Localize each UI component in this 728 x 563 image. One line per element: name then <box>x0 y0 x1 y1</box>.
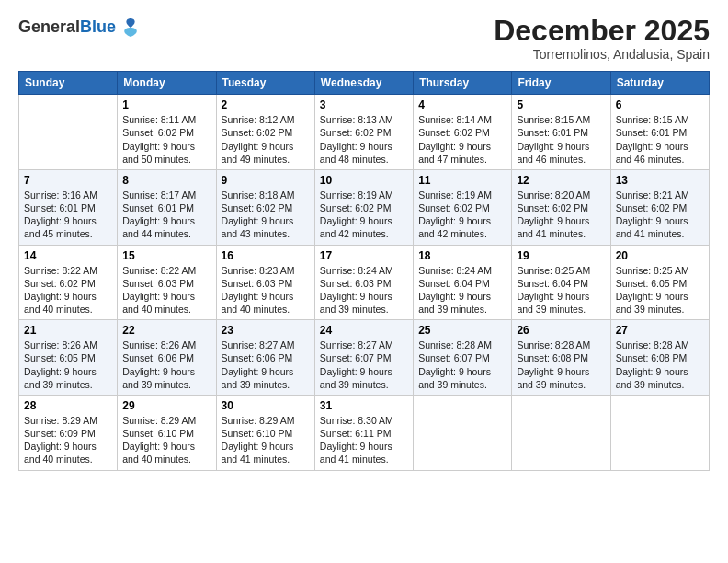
day-number: 5 <box>517 98 605 111</box>
calendar-week-3: 14Sunrise: 8:22 AM Sunset: 6:02 PM Dayli… <box>19 245 710 320</box>
day-info: Sunrise: 8:25 AM Sunset: 6:04 PM Dayligh… <box>517 264 605 316</box>
calendar-cell: 5Sunrise: 8:15 AM Sunset: 6:01 PM Daylig… <box>512 95 610 170</box>
day-number: 13 <box>616 174 704 187</box>
calendar-cell: 28Sunrise: 8:29 AM Sunset: 6:09 PM Dayli… <box>19 395 118 470</box>
weekday-thursday: Thursday <box>414 72 512 95</box>
calendar-cell: 15Sunrise: 8:22 AM Sunset: 6:03 PM Dayli… <box>118 245 216 320</box>
subtitle: Torremolinos, Andalusia, Spain <box>494 47 710 62</box>
day-number: 1 <box>122 98 210 111</box>
day-number: 15 <box>122 249 210 262</box>
calendar-cell <box>512 395 610 470</box>
day-number: 12 <box>517 174 605 187</box>
day-number: 2 <box>222 98 310 111</box>
day-number: 10 <box>320 174 408 187</box>
day-number: 8 <box>122 174 210 187</box>
calendar-cell: 14Sunrise: 8:22 AM Sunset: 6:02 PM Dayli… <box>19 245 118 320</box>
day-number: 6 <box>616 98 704 111</box>
day-info: Sunrise: 8:20 AM Sunset: 6:02 PM Dayligh… <box>517 189 605 241</box>
day-info: Sunrise: 8:22 AM Sunset: 6:03 PM Dayligh… <box>122 264 210 316</box>
day-info: Sunrise: 8:18 AM Sunset: 6:02 PM Dayligh… <box>222 189 310 241</box>
day-number: 20 <box>616 249 704 262</box>
weekday-wednesday: Wednesday <box>314 72 413 95</box>
calendar-cell: 30Sunrise: 8:29 AM Sunset: 6:10 PM Dayli… <box>216 395 314 470</box>
calendar-cell <box>414 395 512 470</box>
calendar-cell: 12Sunrise: 8:20 AM Sunset: 6:02 PM Dayli… <box>512 169 610 245</box>
calendar-cell: 26Sunrise: 8:28 AM Sunset: 6:08 PM Dayli… <box>512 320 610 396</box>
calendar-cell: 9Sunrise: 8:18 AM Sunset: 6:02 PM Daylig… <box>216 169 314 245</box>
calendar-week-1: 1Sunrise: 8:11 AM Sunset: 6:02 PM Daylig… <box>19 95 710 170</box>
day-number: 7 <box>24 174 112 187</box>
day-number: 16 <box>222 249 310 262</box>
day-info: Sunrise: 8:30 AM Sunset: 6:11 PM Dayligh… <box>320 414 408 466</box>
calendar-cell: 27Sunrise: 8:28 AM Sunset: 6:08 PM Dayli… <box>610 320 709 396</box>
day-info: Sunrise: 8:29 AM Sunset: 6:09 PM Dayligh… <box>24 414 112 466</box>
calendar-cell: 4Sunrise: 8:14 AM Sunset: 6:02 PM Daylig… <box>414 95 512 170</box>
header: GeneralBlue December 2025 Torremolinos, … <box>18 15 710 62</box>
day-number: 9 <box>222 174 310 187</box>
calendar-cell: 7Sunrise: 8:16 AM Sunset: 6:01 PM Daylig… <box>19 169 118 245</box>
calendar-cell: 11Sunrise: 8:19 AM Sunset: 6:02 PM Dayli… <box>414 169 512 245</box>
logo-blue: Blue <box>80 17 116 36</box>
day-info: Sunrise: 8:24 AM Sunset: 6:04 PM Dayligh… <box>418 264 506 316</box>
weekday-monday: Monday <box>118 72 216 95</box>
day-info: Sunrise: 8:29 AM Sunset: 6:10 PM Dayligh… <box>122 414 210 466</box>
calendar-cell: 3Sunrise: 8:13 AM Sunset: 6:02 PM Daylig… <box>314 95 413 170</box>
day-number: 24 <box>320 324 408 337</box>
weekday-header-row: SundayMondayTuesdayWednesdayThursdayFrid… <box>19 72 710 95</box>
day-info: Sunrise: 8:27 AM Sunset: 6:06 PM Dayligh… <box>222 339 310 391</box>
day-info: Sunrise: 8:11 AM Sunset: 6:02 PM Dayligh… <box>122 113 210 166</box>
weekday-tuesday: Tuesday <box>216 72 314 95</box>
weekday-sunday: Sunday <box>19 72 118 95</box>
day-info: Sunrise: 8:15 AM Sunset: 6:01 PM Dayligh… <box>616 113 704 166</box>
day-info: Sunrise: 8:17 AM Sunset: 6:01 PM Dayligh… <box>122 189 210 241</box>
day-info: Sunrise: 8:23 AM Sunset: 6:03 PM Dayligh… <box>222 264 310 316</box>
day-info: Sunrise: 8:25 AM Sunset: 6:05 PM Dayligh… <box>616 264 704 316</box>
month-title: December 2025 <box>494 15 710 47</box>
calendar-cell: 31Sunrise: 8:30 AM Sunset: 6:11 PM Dayli… <box>314 395 413 470</box>
logo: GeneralBlue <box>18 15 143 40</box>
day-info: Sunrise: 8:19 AM Sunset: 6:02 PM Dayligh… <box>418 189 506 241</box>
day-number: 22 <box>122 324 210 337</box>
calendar-cell: 21Sunrise: 8:26 AM Sunset: 6:05 PM Dayli… <box>19 320 118 396</box>
calendar-cell: 18Sunrise: 8:24 AM Sunset: 6:04 PM Dayli… <box>414 245 512 320</box>
calendar-cell: 19Sunrise: 8:25 AM Sunset: 6:04 PM Dayli… <box>512 245 610 320</box>
calendar-cell: 13Sunrise: 8:21 AM Sunset: 6:02 PM Dayli… <box>610 169 709 245</box>
day-info: Sunrise: 8:27 AM Sunset: 6:07 PM Dayligh… <box>320 339 408 391</box>
day-number: 29 <box>122 399 210 412</box>
calendar-cell: 22Sunrise: 8:26 AM Sunset: 6:06 PM Dayli… <box>118 320 216 396</box>
day-info: Sunrise: 8:28 AM Sunset: 6:07 PM Dayligh… <box>418 339 506 391</box>
day-number: 14 <box>24 249 112 262</box>
day-info: Sunrise: 8:14 AM Sunset: 6:02 PM Dayligh… <box>418 113 506 166</box>
day-info: Sunrise: 8:28 AM Sunset: 6:08 PM Dayligh… <box>616 339 704 391</box>
day-number: 31 <box>320 399 408 412</box>
day-number: 23 <box>222 324 310 337</box>
day-info: Sunrise: 8:13 AM Sunset: 6:02 PM Dayligh… <box>320 113 408 166</box>
calendar-cell: 1Sunrise: 8:11 AM Sunset: 6:02 PM Daylig… <box>118 95 216 170</box>
calendar-cell: 8Sunrise: 8:17 AM Sunset: 6:01 PM Daylig… <box>118 169 216 245</box>
logo-general: General <box>18 17 80 36</box>
day-number: 21 <box>24 324 112 337</box>
day-number: 30 <box>222 399 310 412</box>
day-info: Sunrise: 8:26 AM Sunset: 6:05 PM Dayligh… <box>24 339 112 391</box>
day-number: 28 <box>24 399 112 412</box>
calendar-cell: 24Sunrise: 8:27 AM Sunset: 6:07 PM Dayli… <box>314 320 413 396</box>
title-block: December 2025 Torremolinos, Andalusia, S… <box>494 15 710 62</box>
calendar-cell: 16Sunrise: 8:23 AM Sunset: 6:03 PM Dayli… <box>216 245 314 320</box>
calendar-cell: 2Sunrise: 8:12 AM Sunset: 6:02 PM Daylig… <box>216 95 314 170</box>
day-info: Sunrise: 8:26 AM Sunset: 6:06 PM Dayligh… <box>122 339 210 391</box>
calendar-week-5: 28Sunrise: 8:29 AM Sunset: 6:09 PM Dayli… <box>19 395 710 470</box>
weekday-friday: Friday <box>512 72 610 95</box>
day-info: Sunrise: 8:16 AM Sunset: 6:01 PM Dayligh… <box>24 189 112 241</box>
day-number: 18 <box>418 249 506 262</box>
day-info: Sunrise: 8:28 AM Sunset: 6:08 PM Dayligh… <box>517 339 605 391</box>
calendar-cell: 17Sunrise: 8:24 AM Sunset: 6:03 PM Dayli… <box>314 245 413 320</box>
day-info: Sunrise: 8:29 AM Sunset: 6:10 PM Dayligh… <box>222 414 310 466</box>
day-info: Sunrise: 8:12 AM Sunset: 6:02 PM Dayligh… <box>222 113 310 166</box>
calendar-cell: 6Sunrise: 8:15 AM Sunset: 6:01 PM Daylig… <box>610 95 709 170</box>
day-number: 11 <box>418 174 506 187</box>
day-number: 19 <box>517 249 605 262</box>
calendar-week-4: 21Sunrise: 8:26 AM Sunset: 6:05 PM Dayli… <box>19 320 710 396</box>
calendar-cell: 29Sunrise: 8:29 AM Sunset: 6:10 PM Dayli… <box>118 395 216 470</box>
day-number: 26 <box>517 324 605 337</box>
logo-icon <box>118 15 143 40</box>
